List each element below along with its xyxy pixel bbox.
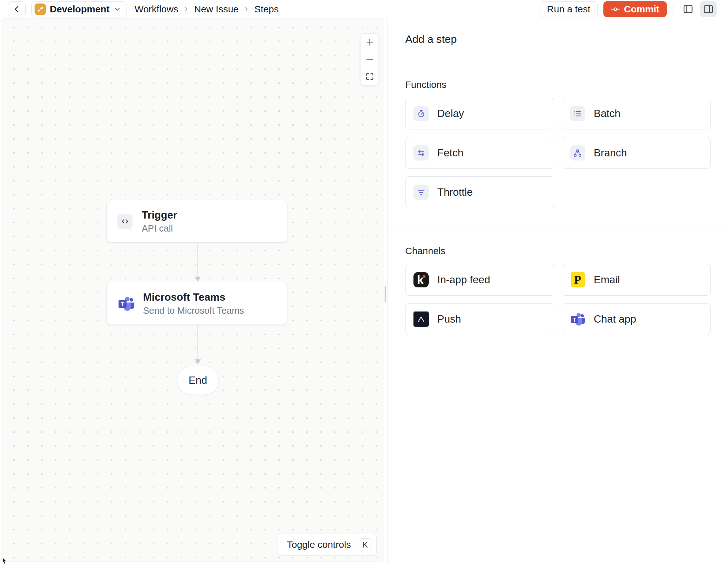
expo-logo-icon xyxy=(413,312,429,327)
keyboard-shortcut-badge: K xyxy=(359,538,372,551)
zoom-out-button[interactable] xyxy=(361,51,379,68)
ms-teams-logo-icon: T xyxy=(117,295,135,313)
breadcrumb: Workflows New Issue Steps xyxy=(134,4,279,15)
panel-title: Add a step xyxy=(388,18,728,60)
environment-label: Development xyxy=(50,4,109,15)
channels-section-label: Channels xyxy=(405,245,711,256)
timer-icon xyxy=(413,106,429,121)
knock-logo-icon: k xyxy=(413,272,429,288)
trigger-step-node[interactable]: Trigger API call xyxy=(107,200,287,243)
chevron-left-icon xyxy=(12,4,22,14)
commit-button[interactable]: Commit xyxy=(603,1,667,17)
hierarchy-icon xyxy=(570,145,585,160)
microsoft-teams-step-node[interactable]: T Microsoft Teams Send to Microsoft Team… xyxy=(107,282,287,325)
svg-text:T: T xyxy=(121,301,125,308)
zoom-in-button[interactable] xyxy=(361,34,379,51)
section-divider xyxy=(388,228,728,228)
functions-section-label: Functions xyxy=(405,79,711,90)
edge-connector xyxy=(193,243,203,282)
step-card-chat-app[interactable]: T Chat app xyxy=(562,303,711,335)
list-icon xyxy=(570,106,585,121)
swap-arrows-icon xyxy=(413,145,429,160)
svg-text:T: T xyxy=(573,317,576,323)
canvas-zoom-controls xyxy=(361,34,379,85)
ms-teams-logo-icon: T xyxy=(570,312,585,327)
chevron-down-icon xyxy=(113,5,121,13)
chevron-right-icon xyxy=(243,6,250,13)
step-card-fetch[interactable]: Fetch xyxy=(405,137,554,169)
chevron-right-icon xyxy=(183,6,190,13)
step-card-branch[interactable]: Branch xyxy=(562,137,711,169)
add-step-panel: Add a step Functions Delay Batch Fetch xyxy=(387,18,728,564)
step-card-batch[interactable]: Batch xyxy=(562,98,711,129)
environment-switcher[interactable]: Development xyxy=(31,1,127,17)
node-title: Trigger xyxy=(142,209,177,221)
edge-connector xyxy=(193,325,203,365)
step-card-push[interactable]: Push xyxy=(405,303,554,335)
step-card-throttle[interactable]: Throttle xyxy=(405,176,554,208)
panel-right-icon xyxy=(703,3,714,15)
channels-card-grid: k In-app feed P Email Push xyxy=(405,264,711,335)
canvas-scrollbar-thumb[interactable] xyxy=(385,286,386,302)
end-node[interactable]: End xyxy=(177,366,219,395)
breadcrumb-steps[interactable]: Steps xyxy=(254,4,279,15)
git-commit-icon xyxy=(611,4,620,14)
node-subtitle: API call xyxy=(142,223,177,234)
step-card-in-app-feed[interactable]: k In-app feed xyxy=(405,264,554,296)
functions-card-grid: Delay Batch Fetch Branch xyxy=(405,98,711,208)
header-divider xyxy=(673,3,674,15)
run-a-test-button[interactable]: Run a test xyxy=(540,1,598,17)
step-card-email[interactable]: P Email xyxy=(562,264,711,296)
step-card-delay[interactable]: Delay xyxy=(405,98,554,129)
code-icon xyxy=(117,214,133,229)
back-button[interactable] xyxy=(8,1,26,17)
toggle-controls-button[interactable]: Toggle controls K xyxy=(277,534,377,555)
fullscreen-icon xyxy=(365,72,374,81)
right-panel-toggle-button[interactable] xyxy=(700,1,717,17)
top-bar: Development Workflows New Issue Steps Ru… xyxy=(0,0,728,18)
fit-view-button[interactable] xyxy=(361,68,379,85)
mouse-cursor xyxy=(0,557,9,564)
node-subtitle: Send to Microsoft Teams xyxy=(143,306,244,316)
node-title: Microsoft Teams xyxy=(143,291,244,303)
left-panel-toggle-button[interactable] xyxy=(680,1,696,17)
breadcrumb-new-issue[interactable]: New Issue xyxy=(194,4,238,15)
workflow-branch-icon xyxy=(35,3,46,15)
filter-lines-icon xyxy=(413,185,429,200)
breadcrumb-workflows[interactable]: Workflows xyxy=(134,4,178,15)
panel-left-icon xyxy=(682,3,694,15)
postmark-logo-icon: P xyxy=(570,272,585,288)
workflow-canvas[interactable]: Trigger API call T Microsoft Teams Send … xyxy=(1,18,384,561)
